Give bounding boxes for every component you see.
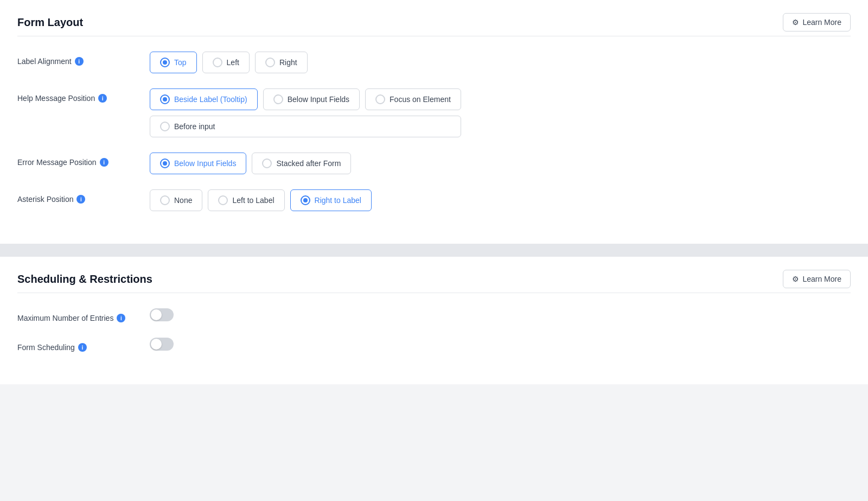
form-scheduling-toggle-thumb bbox=[151, 339, 162, 350]
max-entries-label: Maximum Number of Entries i bbox=[17, 308, 137, 322]
asterisk-position-row: Asterisk Position i None Left to Label R… bbox=[17, 189, 851, 211]
error-below-input-radio bbox=[160, 158, 170, 168]
help-message-bottom-row: Before input bbox=[150, 116, 461, 137]
form-scheduling-info-icon[interactable]: i bbox=[78, 343, 87, 352]
error-message-position-info-icon[interactable]: i bbox=[100, 158, 108, 167]
help-before-input-text: Before input bbox=[174, 122, 215, 131]
form-layout-learn-more-button[interactable]: ⚙ Learn More bbox=[783, 13, 851, 31]
help-below-input-option[interactable]: Below Input Fields bbox=[263, 88, 360, 110]
error-below-input-text: Below Input Fields bbox=[174, 159, 236, 168]
label-alignment-top-radio bbox=[160, 58, 170, 67]
help-message-position-text: Help Message Position bbox=[17, 94, 95, 103]
form-scheduling-toggle[interactable] bbox=[150, 338, 174, 351]
label-alignment-top-option[interactable]: Top bbox=[150, 52, 197, 73]
asterisk-position-options: None Left to Label Right to Label bbox=[150, 189, 372, 211]
form-layout-divider bbox=[17, 36, 851, 36]
scheduling-restrictions-learn-more-button[interactable]: ⚙ Learn More bbox=[783, 270, 851, 288]
error-stacked-after-option[interactable]: Stacked after Form bbox=[252, 153, 351, 174]
label-alignment-left-radio bbox=[213, 58, 222, 67]
asterisk-position-info-icon[interactable]: i bbox=[76, 195, 85, 204]
help-below-input-text: Below Input Fields bbox=[288, 95, 349, 104]
asterisk-right-to-label-text: Right to Label bbox=[315, 196, 361, 205]
scheduling-restrictions-divider bbox=[17, 293, 851, 293]
form-scheduling-text: Form Scheduling bbox=[17, 343, 75, 352]
asterisk-none-radio bbox=[160, 195, 170, 205]
help-focus-element-radio bbox=[375, 94, 385, 104]
help-message-position-options: Beside Label (Tooltip) Below Input Field… bbox=[150, 88, 461, 137]
label-alignment-right-option[interactable]: Right bbox=[255, 52, 308, 73]
gear-icon: ⚙ bbox=[792, 18, 799, 27]
section-divider bbox=[0, 244, 868, 257]
asterisk-position-label: Asterisk Position i bbox=[17, 189, 137, 204]
form-layout-learn-more-label: Learn More bbox=[802, 18, 841, 27]
help-below-input-radio bbox=[273, 94, 283, 104]
asterisk-left-to-label-text: Left to Label bbox=[232, 196, 274, 205]
label-alignment-right-label: Right bbox=[279, 58, 297, 67]
help-message-position-label: Help Message Position i bbox=[17, 88, 137, 103]
help-message-position-row: Help Message Position i Beside Label (To… bbox=[17, 88, 851, 137]
label-alignment-info-icon[interactable]: i bbox=[75, 57, 84, 66]
form-scheduling-row: Form Scheduling i bbox=[17, 338, 851, 352]
asterisk-left-to-label-radio bbox=[218, 195, 228, 205]
label-alignment-right-radio bbox=[265, 58, 275, 67]
max-entries-info-icon[interactable]: i bbox=[117, 314, 125, 322]
help-beside-label-text: Beside Label (Tooltip) bbox=[174, 95, 247, 104]
form-layout-section: Form Layout ⚙ Learn More Label Alignment… bbox=[0, 0, 868, 244]
label-alignment-left-option[interactable]: Left bbox=[202, 52, 250, 73]
form-layout-header: Form Layout ⚙ Learn More bbox=[17, 13, 851, 31]
help-before-input-option[interactable]: Before input bbox=[150, 116, 461, 137]
scheduling-restrictions-section: Scheduling & Restrictions ⚙ Learn More M… bbox=[0, 257, 868, 384]
scheduling-restrictions-title: Scheduling & Restrictions bbox=[17, 273, 152, 286]
max-entries-toggle-thumb bbox=[151, 309, 162, 320]
asterisk-none-option[interactable]: None bbox=[150, 189, 202, 211]
error-below-input-option[interactable]: Below Input Fields bbox=[150, 153, 246, 174]
help-beside-label-option[interactable]: Beside Label (Tooltip) bbox=[150, 88, 258, 110]
help-focus-element-option[interactable]: Focus on Element bbox=[365, 88, 461, 110]
label-alignment-text: Label Alignment bbox=[17, 57, 72, 66]
label-alignment-options: Top Left Right bbox=[150, 52, 308, 73]
asterisk-right-to-label-option[interactable]: Right to Label bbox=[290, 189, 372, 211]
form-layout-title: Form Layout bbox=[17, 16, 83, 29]
asterisk-position-text: Asterisk Position bbox=[17, 195, 73, 204]
help-before-input-radio bbox=[160, 122, 170, 131]
error-stacked-after-text: Stacked after Form bbox=[276, 159, 341, 168]
error-message-position-label: Error Message Position i bbox=[17, 153, 137, 167]
error-stacked-after-radio bbox=[262, 158, 272, 168]
label-alignment-label: Label Alignment i bbox=[17, 52, 137, 66]
label-alignment-top-label: Top bbox=[174, 58, 187, 67]
max-entries-toggle-track bbox=[150, 308, 174, 321]
help-message-top-row: Beside Label (Tooltip) Below Input Field… bbox=[150, 88, 461, 110]
max-entries-row: Maximum Number of Entries i bbox=[17, 308, 851, 322]
form-scheduling-toggle-track bbox=[150, 338, 174, 351]
scheduling-restrictions-header: Scheduling & Restrictions ⚙ Learn More bbox=[17, 270, 851, 288]
help-beside-label-radio bbox=[160, 94, 170, 104]
error-message-position-text: Error Message Position bbox=[17, 158, 97, 167]
max-entries-toggle[interactable] bbox=[150, 308, 174, 321]
form-scheduling-label: Form Scheduling i bbox=[17, 338, 137, 352]
asterisk-right-to-label-radio bbox=[301, 195, 310, 205]
error-message-position-options: Below Input Fields Stacked after Form bbox=[150, 153, 351, 174]
label-alignment-row: Label Alignment i Top Left Right bbox=[17, 52, 851, 73]
max-entries-text: Maximum Number of Entries bbox=[17, 314, 113, 322]
asterisk-none-text: None bbox=[174, 196, 192, 205]
asterisk-left-to-label-option[interactable]: Left to Label bbox=[208, 189, 284, 211]
help-message-position-info-icon[interactable]: i bbox=[98, 94, 107, 103]
help-focus-element-text: Focus on Element bbox=[390, 95, 451, 104]
error-message-position-row: Error Message Position i Below Input Fie… bbox=[17, 153, 851, 174]
scheduling-restrictions-learn-more-label: Learn More bbox=[802, 275, 841, 283]
scheduling-gear-icon: ⚙ bbox=[792, 275, 799, 283]
label-alignment-left-label: Left bbox=[227, 58, 239, 67]
